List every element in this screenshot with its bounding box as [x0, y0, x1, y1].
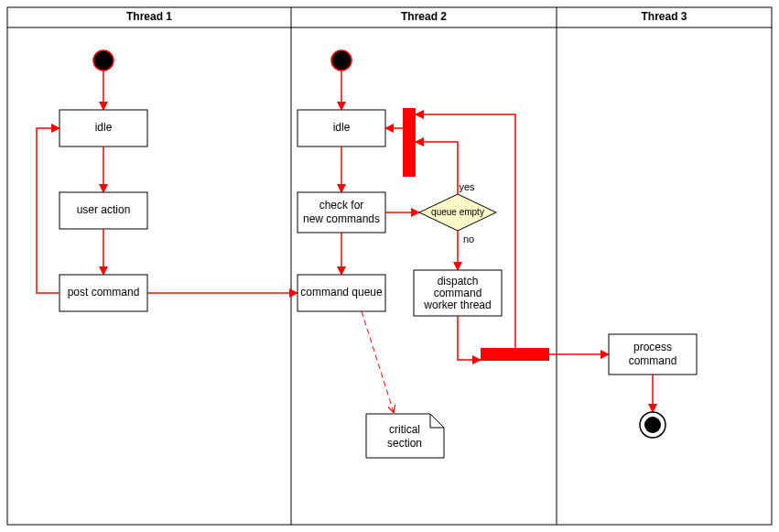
lane-title-2: Thread 2: [401, 10, 447, 23]
note-line1: critical: [389, 423, 420, 436]
lane-title-3: Thread 3: [641, 10, 687, 23]
label-t2-check-1: check for: [319, 199, 364, 212]
label-t1-postcommand: post command: [68, 286, 140, 299]
label-decision-no: no: [463, 233, 474, 244]
svg-point-2: [644, 417, 661, 433]
note-line2: section: [387, 437, 422, 450]
label-t2-dispatch-1: dispatch: [438, 275, 479, 288]
label-t2-idle: idle: [333, 121, 351, 134]
label-t2-check-2: new commands: [303, 212, 380, 225]
start-node-t2: [331, 50, 352, 71]
label-t1-idle: idle: [95, 121, 113, 134]
edge-t1-post-loop-idle: [37, 128, 60, 293]
edge-queue-to-note: [362, 311, 394, 412]
edge-dispatch-to-bottombar: [458, 316, 481, 360]
sync-bar-bottom: [481, 348, 549, 361]
label-t2-queue: command queue: [300, 286, 383, 299]
note-critical-section: critical section: [366, 414, 444, 458]
label-t2-dispatch-3: worker thread: [423, 299, 491, 311]
label-decision-yes: yes: [459, 181, 475, 192]
label-t3-process-2: command: [629, 354, 677, 367]
edge-decision-yes-to-bar: [416, 142, 458, 194]
end-node-t3: [640, 412, 665, 438]
label-t2-dispatch-2: command: [434, 287, 482, 299]
label-t3-process-1: process: [633, 341, 672, 353]
sync-bar-top: [403, 108, 416, 177]
start-node-t1: [93, 50, 114, 71]
lane-title-1: Thread 1: [126, 10, 172, 23]
label-t2-decision: queue empty: [431, 207, 484, 217]
activity-diagram: Thread 1 Thread 2 Thread 3 idle user act…: [0, 0, 779, 532]
node-t2-decision: queue empty: [419, 194, 496, 231]
label-t1-useraction: user action: [77, 203, 131, 216]
